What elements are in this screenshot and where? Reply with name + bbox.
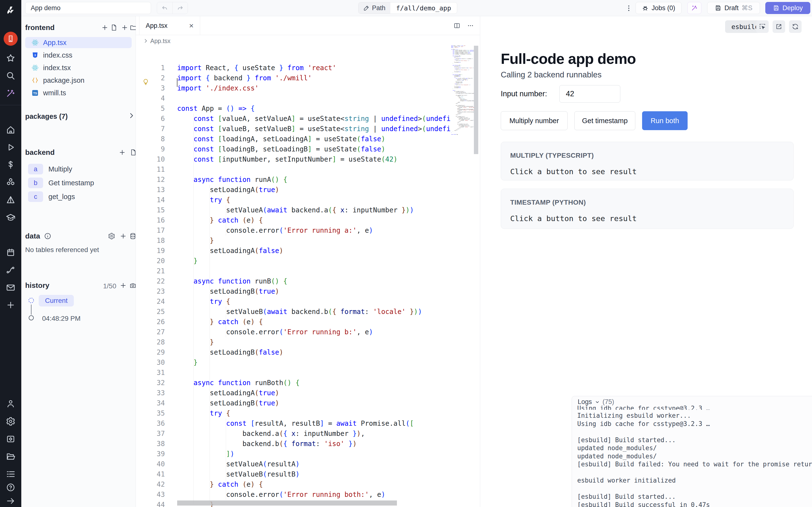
breadcrumb[interactable]: App.tsx <box>143 35 170 47</box>
variables-dollar-icon <box>6 160 15 170</box>
undo-button[interactable] <box>157 2 172 14</box>
file-name: index.tsx <box>43 64 71 72</box>
history-current-badge[interactable]: Current <box>39 295 74 306</box>
undo-redo-group <box>157 2 188 14</box>
pencil-icon <box>363 5 370 11</box>
rail-item-expand-arrow-icon[interactable] <box>0 494 21 507</box>
file-row-index-tsx[interactable]: index.tsx <box>25 62 132 73</box>
bug-icon <box>642 5 649 11</box>
redo-button[interactable] <box>172 2 187 14</box>
deploy-button[interactable]: Deploy <box>765 2 810 14</box>
history-node-icon[interactable] <box>28 314 35 322</box>
code-line-11 <box>177 165 181 175</box>
file-row-wmill-ts[interactable]: TSwmill.ts <box>25 87 132 99</box>
rail-item-schedules-calendar-icon[interactable] <box>0 245 21 260</box>
more-ellipsis-icon[interactable] <box>467 22 474 29</box>
rail-item-user-icon[interactable] <box>0 397 21 411</box>
code-line-2: import { backend } from './wmill' <box>177 73 312 83</box>
line-number: 24 <box>136 296 165 307</box>
rail-item-variables-dollar-icon[interactable] <box>0 158 21 172</box>
backend-runnable-b[interactable]: bGet timestamp <box>28 177 94 188</box>
file-row-app-tsx[interactable]: App.tsx <box>25 37 132 48</box>
rail-item-add-plus-icon[interactable] <box>0 298 21 312</box>
jobs-button[interactable]: Jobs (0) <box>636 2 682 14</box>
rail-item-learn-graduation-cap-icon[interactable] <box>0 210 21 224</box>
add-file-button[interactable] <box>101 24 108 31</box>
vertical-scrollbar[interactable] <box>474 46 478 154</box>
code-area[interactable]: 1234567891011121314151617181920212223242… <box>136 47 451 507</box>
input-number-field[interactable] <box>559 85 620 103</box>
rail-item-settings-gear-icon[interactable] <box>0 414 21 429</box>
packages-toggle[interactable]: packages (7) <box>25 112 68 120</box>
preview-title: Full-code app demo <box>501 50 636 67</box>
file-row-index-css[interactable]: 3index.css <box>25 50 132 61</box>
rail-item-magic-wand-icon[interactable] <box>0 86 21 100</box>
timestamp-result-card: TIMESTAMP (PYTHON) Click a button to see… <box>501 189 794 229</box>
add-folder-button[interactable] <box>121 24 128 31</box>
kebab-menu-icon[interactable] <box>624 3 634 13</box>
code-line-26: } catch (e) { <box>177 317 263 327</box>
select-cursor-icon <box>759 23 766 30</box>
minimap[interactable]: import React, { useState } from 'react'i… <box>451 45 474 507</box>
rail-item-search-icon[interactable] <box>0 69 21 83</box>
log-line <box>577 468 581 476</box>
rail-item-runs-play-icon[interactable] <box>0 140 21 154</box>
rail-item-audit-logs-list-icon[interactable] <box>0 467 21 481</box>
sidebar: frontend App.tsx3index.cssindex.tsxpacka… <box>21 16 136 507</box>
triggers-prism-icon <box>6 195 15 205</box>
text-cursor <box>177 78 177 87</box>
rail-item-folders-icon[interactable] <box>0 449 21 463</box>
history-add-button[interactable] <box>119 282 127 289</box>
line-number: 20 <box>136 256 165 266</box>
rail-item-home-icon[interactable] <box>0 123 21 137</box>
rail-item-resources-cubes-icon[interactable] <box>0 175 21 189</box>
chevron-right-icon[interactable] <box>128 112 135 119</box>
history-current-node-icon[interactable] <box>28 297 35 304</box>
workers-server-icon <box>6 434 15 444</box>
code-line-5: const App = () => { <box>177 104 255 114</box>
rail-item-apps-building-icon[interactable] <box>0 32 21 46</box>
runnable-badge: b <box>28 177 43 188</box>
backend-runnable-a[interactable]: aMultiply <box>28 164 72 174</box>
rail-item-mail-icon[interactable] <box>0 281 21 295</box>
file-row-package-json[interactable]: package.json <box>25 75 132 86</box>
svg-text:3: 3 <box>34 54 36 57</box>
rail-item-star-icon[interactable] <box>0 51 21 65</box>
draft-button[interactable]: Draft ⌘S <box>707 2 760 14</box>
rail-item-workers-server-icon[interactable] <box>0 432 21 446</box>
app-name-input[interactable] <box>25 2 151 14</box>
logs-dropdown[interactable]: Logs (75) <box>578 398 614 406</box>
inspect-select-button[interactable] <box>756 20 769 33</box>
code-line-33: setLoadingA(true) <box>177 388 279 398</box>
open-external-button[interactable] <box>772 20 785 33</box>
line-number: 12 <box>136 175 165 185</box>
line-number: 34 <box>136 398 165 408</box>
data-add-button[interactable] <box>119 232 127 240</box>
multiply-number-button[interactable]: Multiply number <box>501 111 567 130</box>
undo-icon <box>161 5 168 11</box>
rail-item-flows-route-icon[interactable] <box>0 263 21 277</box>
tab-app-tsx[interactable]: App.tsx × <box>139 16 200 35</box>
typescript-icon: TS <box>32 89 39 97</box>
rail-item-triggers-prism-icon[interactable] <box>0 193 21 207</box>
code-line-22: async function runB() { <box>177 276 287 286</box>
line-number: 41 <box>136 469 165 480</box>
camera-icon[interactable] <box>129 282 137 289</box>
run-both-button[interactable]: Run both <box>642 111 688 130</box>
home-icon <box>6 125 15 135</box>
log-line <box>577 485 581 493</box>
close-icon[interactable]: × <box>189 21 194 30</box>
data-settings-gear-icon[interactable] <box>108 232 115 240</box>
get-timestamp-button[interactable]: Get timestamp <box>574 111 635 130</box>
refresh-button[interactable] <box>789 20 802 33</box>
rail-item-help-icon[interactable] <box>0 481 21 494</box>
horizontal-scrollbar[interactable] <box>177 501 397 506</box>
draft-shortcut: ⌘S <box>742 4 752 12</box>
backend-runnable-c[interactable]: cget_logs <box>28 191 75 202</box>
split-view-icon[interactable] <box>453 22 461 29</box>
backend-add-button[interactable] <box>119 149 126 156</box>
rail-item-windmill-logo[interactable] <box>0 3 21 17</box>
rail-divider <box>0 105 21 105</box>
path-widget[interactable]: Path f/all/demo_app <box>358 2 457 14</box>
ai-wand-button[interactable] <box>687 2 701 14</box>
